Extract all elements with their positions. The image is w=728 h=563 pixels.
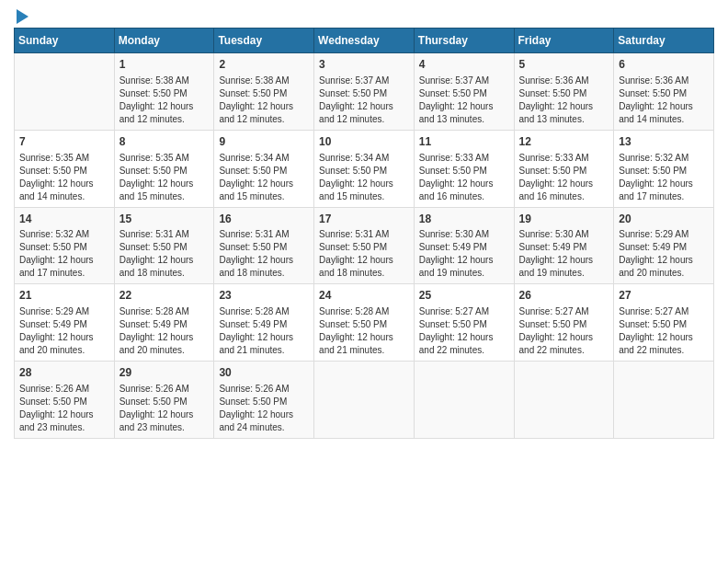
day-number: 24 [319, 288, 409, 304]
day-number: 14 [19, 212, 109, 227]
column-header-friday: Friday [514, 29, 614, 53]
day-number: 5 [519, 57, 609, 73]
calendar-cell: 30Sunrise: 5:26 AM Sunset: 5:50 PM Dayli… [214, 362, 314, 439]
calendar-cell: 11Sunrise: 5:33 AM Sunset: 5:50 PM Dayli… [414, 130, 514, 207]
day-number: 11 [419, 134, 509, 150]
day-number: 7 [19, 134, 109, 150]
day-number: 4 [419, 57, 509, 73]
calendar-cell: 22Sunrise: 5:28 AM Sunset: 5:49 PM Dayli… [114, 284, 214, 362]
calendar-cell: 27Sunrise: 5:27 AM Sunset: 5:50 PM Dayli… [614, 284, 714, 362]
calendar-cell: 9Sunrise: 5:34 AM Sunset: 5:50 PM Daylig… [214, 130, 314, 207]
day-number: 21 [19, 288, 109, 304]
day-number: 13 [619, 134, 709, 150]
calendar-cell: 16Sunrise: 5:31 AM Sunset: 5:50 PM Dayli… [214, 207, 314, 284]
day-info: Sunrise: 5:31 AM Sunset: 5:50 PM Dayligh… [319, 228, 409, 280]
day-info: Sunrise: 5:27 AM Sunset: 5:50 PM Dayligh… [419, 305, 509, 357]
column-header-tuesday: Tuesday [214, 29, 314, 53]
day-info: Sunrise: 5:35 AM Sunset: 5:50 PM Dayligh… [19, 152, 109, 203]
calendar-cell [414, 362, 514, 439]
day-info: Sunrise: 5:27 AM Sunset: 5:50 PM Dayligh… [519, 305, 609, 357]
day-info: Sunrise: 5:37 AM Sunset: 5:50 PM Dayligh… [319, 75, 409, 126]
column-header-monday: Monday [114, 29, 214, 53]
calendar-week-row: 28Sunrise: 5:26 AM Sunset: 5:50 PM Dayli… [15, 362, 714, 439]
calendar-cell: 13Sunrise: 5:32 AM Sunset: 5:50 PM Dayli… [614, 130, 714, 207]
calendar-cell: 28Sunrise: 5:26 AM Sunset: 5:50 PM Dayli… [15, 362, 115, 439]
day-number: 29 [119, 365, 210, 381]
day-info: Sunrise: 5:28 AM Sunset: 5:49 PM Dayligh… [119, 305, 210, 357]
calendar-cell: 23Sunrise: 5:28 AM Sunset: 5:49 PM Dayli… [214, 284, 314, 362]
day-number: 12 [519, 134, 609, 150]
column-header-thursday: Thursday [414, 29, 514, 53]
day-info: Sunrise: 5:34 AM Sunset: 5:50 PM Dayligh… [219, 152, 309, 203]
calendar-cell [314, 362, 415, 439]
calendar-cell: 3Sunrise: 5:37 AM Sunset: 5:50 PM Daylig… [314, 53, 415, 131]
day-info: Sunrise: 5:34 AM Sunset: 5:50 PM Dayligh… [319, 152, 409, 203]
calendar-cell: 29Sunrise: 5:26 AM Sunset: 5:50 PM Dayli… [114, 362, 214, 439]
day-info: Sunrise: 5:29 AM Sunset: 5:49 PM Dayligh… [619, 228, 709, 280]
calendar-table: SundayMondayTuesdayWednesdayThursdayFrid… [14, 28, 714, 439]
day-number: 28 [19, 365, 109, 381]
day-info: Sunrise: 5:30 AM Sunset: 5:49 PM Dayligh… [519, 228, 609, 280]
calendar-cell: 14Sunrise: 5:32 AM Sunset: 5:50 PM Dayli… [15, 207, 115, 284]
calendar-cell: 8Sunrise: 5:35 AM Sunset: 5:50 PM Daylig… [114, 130, 214, 207]
day-info: Sunrise: 5:37 AM Sunset: 5:50 PM Dayligh… [419, 75, 509, 126]
day-info: Sunrise: 5:33 AM Sunset: 5:50 PM Dayligh… [519, 152, 609, 203]
day-info: Sunrise: 5:26 AM Sunset: 5:50 PM Dayligh… [19, 383, 109, 434]
day-number: 30 [219, 365, 309, 381]
day-number: 8 [119, 134, 210, 150]
calendar-week-row: 7Sunrise: 5:35 AM Sunset: 5:50 PM Daylig… [15, 130, 714, 207]
day-number: 18 [419, 212, 509, 227]
column-header-wednesday: Wednesday [314, 29, 415, 53]
calendar-cell: 19Sunrise: 5:30 AM Sunset: 5:49 PM Dayli… [514, 207, 614, 284]
calendar-cell: 5Sunrise: 5:36 AM Sunset: 5:50 PM Daylig… [514, 53, 614, 131]
calendar-cell: 2Sunrise: 5:38 AM Sunset: 5:50 PM Daylig… [214, 53, 314, 131]
day-number: 23 [219, 288, 309, 304]
calendar-cell [514, 362, 614, 439]
day-info: Sunrise: 5:29 AM Sunset: 5:49 PM Dayligh… [19, 305, 109, 357]
calendar-cell: 7Sunrise: 5:35 AM Sunset: 5:50 PM Daylig… [15, 130, 115, 207]
calendar-cell [614, 362, 714, 439]
column-header-saturday: Saturday [614, 29, 714, 53]
day-number: 17 [319, 212, 409, 227]
calendar-cell: 15Sunrise: 5:31 AM Sunset: 5:50 PM Dayli… [114, 207, 214, 284]
day-number: 16 [219, 212, 309, 227]
day-info: Sunrise: 5:30 AM Sunset: 5:49 PM Dayligh… [419, 228, 509, 280]
day-info: Sunrise: 5:33 AM Sunset: 5:50 PM Dayligh… [419, 152, 509, 203]
calendar-cell: 6Sunrise: 5:36 AM Sunset: 5:50 PM Daylig… [614, 53, 714, 131]
day-number: 2 [219, 57, 309, 73]
day-info: Sunrise: 5:31 AM Sunset: 5:50 PM Dayligh… [219, 228, 309, 280]
calendar-week-row: 21Sunrise: 5:29 AM Sunset: 5:49 PM Dayli… [15, 284, 714, 362]
day-number: 19 [519, 212, 609, 227]
day-number: 22 [119, 288, 210, 304]
day-info: Sunrise: 5:26 AM Sunset: 5:50 PM Dayligh… [119, 383, 210, 434]
day-number: 1 [119, 57, 210, 73]
calendar-cell: 1Sunrise: 5:38 AM Sunset: 5:50 PM Daylig… [114, 53, 214, 131]
day-number: 15 [119, 212, 210, 227]
day-number: 9 [219, 134, 309, 150]
day-number: 27 [619, 288, 709, 304]
day-info: Sunrise: 5:28 AM Sunset: 5:49 PM Dayligh… [219, 305, 309, 357]
calendar-cell: 17Sunrise: 5:31 AM Sunset: 5:50 PM Dayli… [314, 207, 415, 284]
day-number: 3 [319, 57, 409, 73]
calendar-cell: 24Sunrise: 5:28 AM Sunset: 5:50 PM Dayli… [314, 284, 415, 362]
day-info: Sunrise: 5:32 AM Sunset: 5:50 PM Dayligh… [619, 152, 709, 203]
calendar-cell: 26Sunrise: 5:27 AM Sunset: 5:50 PM Dayli… [514, 284, 614, 362]
calendar-cell: 20Sunrise: 5:29 AM Sunset: 5:49 PM Dayli… [614, 207, 714, 284]
day-info: Sunrise: 5:36 AM Sunset: 5:50 PM Dayligh… [619, 75, 709, 126]
day-info: Sunrise: 5:28 AM Sunset: 5:50 PM Dayligh… [319, 305, 409, 357]
day-info: Sunrise: 5:36 AM Sunset: 5:50 PM Dayligh… [519, 75, 609, 126]
page-header [14, 9, 714, 22]
calendar-cell [15, 53, 115, 131]
calendar-cell: 18Sunrise: 5:30 AM Sunset: 5:49 PM Dayli… [414, 207, 514, 284]
day-info: Sunrise: 5:31 AM Sunset: 5:50 PM Dayligh… [119, 228, 210, 280]
calendar-cell: 25Sunrise: 5:27 AM Sunset: 5:50 PM Dayli… [414, 284, 514, 362]
calendar-cell: 10Sunrise: 5:34 AM Sunset: 5:50 PM Dayli… [314, 130, 415, 207]
calendar-header-row: SundayMondayTuesdayWednesdayThursdayFrid… [15, 29, 714, 53]
column-header-sunday: Sunday [15, 29, 115, 53]
calendar-cell: 4Sunrise: 5:37 AM Sunset: 5:50 PM Daylig… [414, 53, 514, 131]
logo [14, 9, 28, 22]
day-info: Sunrise: 5:35 AM Sunset: 5:50 PM Dayligh… [119, 152, 210, 203]
calendar-week-row: 1Sunrise: 5:38 AM Sunset: 5:50 PM Daylig… [15, 53, 714, 131]
day-info: Sunrise: 5:27 AM Sunset: 5:50 PM Dayligh… [619, 305, 709, 357]
day-info: Sunrise: 5:26 AM Sunset: 5:50 PM Dayligh… [219, 383, 309, 434]
